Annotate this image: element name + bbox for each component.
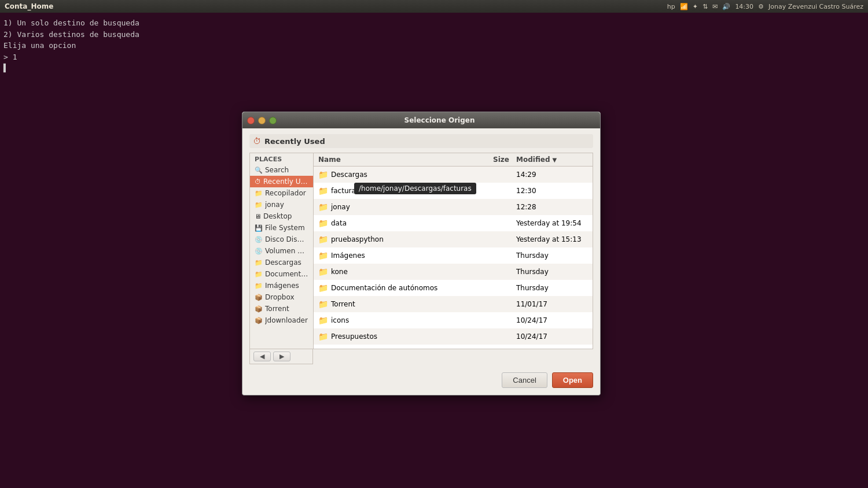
file-size — [483, 172, 512, 177]
sidebar-label-desktop: Desktop — [263, 212, 292, 220]
bluetooth-icon: ✦ — [693, 3, 698, 10]
col-header-name[interactable]: Name — [314, 153, 483, 166]
tooltip-facturas: /home/jonay/Descargas/facturas — [354, 183, 476, 194]
sidebar-item-desktop[interactable]: 🖥 Desktop — [250, 210, 313, 222]
volume-icon: 🔊 — [722, 3, 730, 10]
search-icon: 🔍 — [255, 167, 263, 174]
filesystem-icon: 💾 — [255, 224, 263, 232]
file-modified: Thursday — [512, 282, 593, 294]
sidebar-item-filesystem[interactable]: 💾 File System — [250, 222, 313, 234]
table-row[interactable]: 📁 facturas /home/jonay/Descargas/factura… — [314, 183, 593, 199]
main-area: Places 🔍 Search ⏱ Recently Used 📁 Recopi… — [249, 153, 593, 349]
folder-icon: 📁 — [318, 235, 328, 244]
col-header-size[interactable]: Size — [483, 153, 512, 166]
sidebar-item-recopilador[interactable]: 📁 Recopilador — [250, 187, 313, 199]
col-header-modified[interactable]: Modified ▼ — [512, 153, 593, 166]
file-name: jonay — [331, 203, 350, 211]
folder-icon: 📁 — [318, 251, 328, 260]
file-size — [483, 253, 512, 258]
dialog-titlebar: Seleccione Origen — [242, 112, 600, 128]
file-name: Documentación de autónomos — [331, 284, 437, 292]
file-list-area: Name Size Modified ▼ 📁 Descargas — [314, 153, 593, 349]
folder-icon: 📁 — [318, 219, 328, 228]
nav-buttons: ◀ ▶ — [249, 349, 313, 364]
table-row[interactable]: 📁 Presupuestos 10/24/17 — [314, 328, 593, 345]
file-modified: 11/01/17 — [512, 298, 593, 310]
folder-icon: 📁 — [318, 186, 328, 195]
folder-icon: 📁 — [318, 202, 328, 212]
file-modified: Thursday — [512, 265, 593, 278]
hp-icon: hp — [667, 3, 675, 10]
close-button[interactable] — [247, 117, 255, 124]
file-modified: 14:29 — [512, 168, 593, 181]
jdownloader-icon: 📦 — [255, 317, 263, 324]
file-modified: Yesterday at 15:13 — [512, 233, 593, 246]
folder-icon: 📁 — [318, 316, 328, 325]
sidebar-item-jonay[interactable]: 📁 jonay — [250, 199, 313, 210]
file-name: Torrent — [331, 300, 355, 308]
sidebar-label-search: Search — [265, 166, 289, 174]
sidebar-item-volumen[interactable]: 💿 Volumen de ... — [250, 245, 313, 257]
file-modified: Thursday — [512, 249, 593, 262]
maximize-button[interactable] — [269, 117, 277, 124]
sidebar-label-disco: Disco Disqu... — [265, 235, 308, 243]
table-row[interactable]: 📁 pruebaspython Yesterday at 15:13 — [314, 231, 593, 247]
file-modified: 10/24/17 — [512, 314, 593, 327]
file-size — [483, 286, 512, 290]
cancel-button[interactable]: Cancel — [502, 372, 547, 388]
location-icon: ⏱ — [253, 136, 261, 146]
table-row[interactable]: 📁 icons 10/24/17 — [314, 312, 593, 328]
sidebar-item-dropbox[interactable]: 📦 Dropbox — [250, 291, 313, 303]
file-modified: Yesterday at 19:54 — [512, 217, 593, 230]
file-size — [483, 302, 512, 306]
table-row[interactable]: 📁 jonay 12:28 — [314, 199, 593, 215]
folder-icon: 📁 — [318, 267, 328, 276]
table-row[interactable]: 📁 Torrent 11/01/17 — [314, 296, 593, 312]
location-bar: ⏱ Recently Used — [249, 134, 593, 148]
sidebar-label-jdownloader: Jdownloader — [265, 316, 308, 324]
mail-icon: ✉ — [712, 3, 718, 10]
table-row[interactable]: 📁 data Yesterday at 19:54 — [314, 215, 593, 231]
file-name: data — [331, 219, 347, 227]
file-size — [483, 334, 512, 339]
sidebar-label-dropbox: Dropbox — [265, 293, 295, 301]
torrent-icon: 📦 — [255, 305, 263, 313]
table-row[interactable]: 📁 Imágenes Thursday — [314, 247, 593, 264]
file-size — [483, 188, 512, 193]
nav-back-button[interactable]: ◀ — [253, 352, 271, 361]
dropbox-icon: 📦 — [255, 294, 263, 301]
file-modified: 12:30 — [512, 184, 593, 197]
volumen-icon: 💿 — [255, 247, 263, 255]
sidebar-label-torrent: Torrent — [265, 305, 289, 313]
sidebar-label-recopilador: Recopilador — [265, 189, 306, 197]
sidebar-item-documentos[interactable]: 📁 Documentos — [250, 268, 313, 280]
table-row[interactable]: 📁 Documentación de autónomos Thursday — [314, 280, 593, 296]
sidebar-item-torrent[interactable]: 📦 Torrent — [250, 303, 313, 315]
table-row[interactable]: 📁 kone Thursday — [314, 264, 593, 280]
sidebar-item-imagenes[interactable]: 📁 Imágenes — [250, 280, 313, 291]
folder-icon: 📁 — [318, 332, 328, 341]
nav-forward-button[interactable]: ▶ — [273, 352, 290, 361]
sidebar-item-jdownloader[interactable]: 📦 Jdownloader — [250, 315, 313, 326]
file-name: facturas — [331, 187, 359, 195]
sort-arrow-icon: ▼ — [553, 157, 557, 163]
location-label: Recently Used — [264, 137, 325, 146]
file-size — [483, 221, 512, 225]
table-row[interactable]: 📁 Descargas 14:29 — [314, 167, 593, 183]
recent-icon: ⏱ — [255, 178, 261, 186]
file-modified: 12:28 — [512, 201, 593, 213]
folder-icon: 📁 — [318, 300, 328, 309]
sidebar-item-descargas[interactable]: 📁 Descargas — [250, 257, 313, 268]
wifi-icon: ⇅ — [703, 3, 708, 10]
file-name: kone — [331, 268, 348, 276]
dialog-title: Seleccione Origen — [284, 116, 595, 124]
file-size — [483, 269, 512, 274]
sidebar-item-search[interactable]: 🔍 Search — [250, 164, 313, 176]
file-name: Imágenes — [331, 252, 365, 260]
sidebar-item-recently-used[interactable]: ⏱ Recently Used — [250, 176, 313, 187]
file-size — [483, 237, 512, 242]
minimize-button[interactable] — [258, 117, 266, 124]
sidebar-item-disco[interactable]: 💿 Disco Disqu... — [250, 234, 313, 245]
open-button[interactable]: Open — [552, 372, 593, 388]
dialog-buttons: Cancel Open — [249, 370, 593, 388]
